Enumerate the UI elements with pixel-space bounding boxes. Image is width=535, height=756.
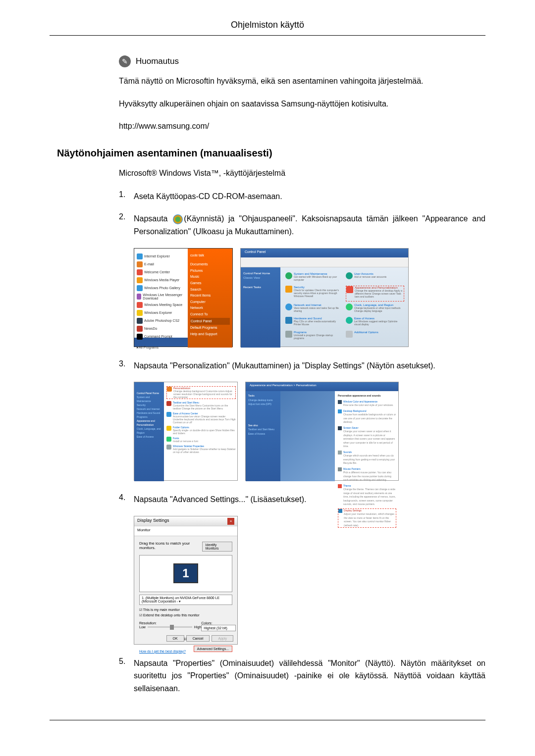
step-text: Napsauta (Käynnistä) ja "Ohjauspaneeli".… [134,212,485,238]
step-number: 3. [119,359,134,368]
advanced-settings-btn: Advanced Settings... [194,646,232,652]
section-heading: Näytönohjaimen asentaminen (manuaalisest… [57,148,485,159]
screenshot-step2: Internet Explorer E-mail Welcome Center … [134,248,485,347]
help-link: How do I get the best display? [139,650,186,653]
display-settings-mock: Display Settings × Monitor Drag the icon… [134,516,238,645]
steps-list-cont3: 5. Napsauta "Properties" (Ominaisuudet) … [119,657,485,695]
step-4: 4. Napsauta "Advanced Settings..." (Lisä… [119,493,485,506]
cp-toolbar [241,257,408,267]
step-number: 5. [119,657,134,666]
start-menu-mock: Internet Explorer E-mail Welcome Center … [134,248,233,347]
cp-main: System and MaintenanceGet started with W… [280,267,409,348]
settings-preview [280,391,335,481]
notice-line-1: Tämä näyttö on Microsoftin hyväksymä, ei… [119,75,485,88]
ds-footer: OK Cancel Apply [166,635,233,642]
identify-monitors-btn: Identify Monitors [202,542,232,552]
step-3: 3. Napsauta "Personalization" (Mukauttam… [119,359,485,372]
check-main-monitor: ☑ This is my main monitor [139,608,232,612]
cp-titlebar: Control Panel [241,249,408,257]
notice-title: Huomautus [136,56,179,66]
settings-titlebar: Appearance and Personalization > Persona… [246,382,398,391]
start-menu-right: code talk Documents Pictures Music Games… [188,249,232,348]
pencil-icon [119,55,131,67]
personalization-settings-mock: Appearance and Personalization > Persona… [245,382,399,481]
step-text: Napsauta "Properties" (Ominaisuudet) väl… [134,657,485,695]
monitor-icon: 1 [173,563,198,583]
screenshot-step4: Display Settings × Monitor Drag the icon… [134,516,485,645]
cp-sidebar: Control Panel Home Classic View Recent T… [241,267,280,348]
notice-line-3: http://www.samsung.com/ [119,120,485,133]
control-panel-mock: Control Panel Control Panel Home Classic… [240,248,409,347]
cancel-btn: Cancel [186,635,210,642]
os-line: Microsoft® Windows Vista™, -käyttöjärjes… [119,169,485,178]
step-5: 5. Napsauta "Properties" (Ominaisuudet) … [119,657,485,695]
steps-list-cont: 3. Napsauta "Personalization" (Mukauttam… [119,359,485,372]
notice-header: Huomautus [119,55,485,67]
start-menu-left: Internet Explorer E-mail Welcome Center … [134,249,189,338]
ds-drag-text: Drag the icons to match your monitors. [139,541,202,550]
ok-btn: OK [166,635,184,642]
settings-sidebar: Tasks Change desktop icons Adjust font s… [246,391,280,481]
step-number: 1. [119,190,134,199]
screenshot-step3: Control Panel Home System and Maintenanc… [134,382,485,481]
close-icon: × [227,518,234,525]
notice-line-2: Hyväksytty alkuperäinen ohjain on saatav… [119,98,485,110]
start-orb-icon [173,214,183,224]
page-title: Ohjelmiston käyttö [50,20,485,30]
resolution-slider [148,626,192,628]
step-text: Napsauta "Personalization" (Mukauttamine… [134,359,485,372]
step-number: 4. [119,493,134,502]
monitor-preview: 1 [139,555,232,592]
ds-titlebar: Display Settings × [134,516,237,526]
step-number: 2. [119,212,134,221]
pers-sidebar: Control Panel Home System and Maintenanc… [134,382,164,481]
step-text: Napsauta "Advanced Settings..." (Lisäase… [134,493,485,506]
step-1: 1. Aseta Käyttöopas-CD CD-ROM-asemaan. [119,190,485,203]
check-extend: ☑ Extend the desktop onto this monitor [139,613,232,617]
bottom-divider [50,720,485,720]
step-2: 2. Napsauta (Käynnistä) ja "Ohjauspaneel… [119,212,485,238]
step-text: Aseta Käyttöopas-CD CD-ROM-asemaan. [134,190,485,203]
steps-list-cont2: 4. Napsauta "Advanced Settings..." (Lisä… [119,493,485,506]
ds-tab: Monitor [134,526,237,536]
notice-section: Huomautus Tämä näyttö on Microsoftin hyv… [119,55,485,133]
pers-main: PersonalizationChange desktop background… [164,382,238,481]
colors-dropdown: Highest (32 bit) [201,625,236,631]
monitor-dropdown: 1. (Multiple Monitors) on NVIDIA GeForce… [139,595,232,605]
top-divider [50,35,485,36]
appearance-personalization-mock: Control Panel Home System and Maintenanc… [134,382,238,481]
settings-panel-list: Personalize appearance and sounds Window… [335,391,399,481]
steps-list: 1. Aseta Käyttöopas-CD CD-ROM-asemaan. 2… [119,190,485,238]
apply-btn: Apply [212,635,233,642]
